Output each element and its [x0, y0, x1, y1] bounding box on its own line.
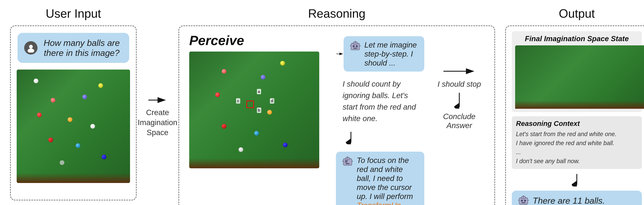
svg-point-11	[352, 45, 354, 47]
output-box: Final Imagination Space State Reasoning …	[505, 25, 644, 205]
ball-10	[102, 155, 106, 159]
ball-3	[51, 98, 55, 102]
final-image-title: Final Imagination Space State	[515, 34, 638, 43]
create-label: CreateImaginationSpace	[138, 108, 178, 138]
down-arrow-svg-1	[346, 131, 356, 144]
label-a: a	[257, 89, 261, 94]
create-arrow-svg	[148, 95, 168, 105]
svg-point-36	[521, 200, 523, 202]
ball-7	[90, 124, 95, 128]
r-ball-1	[280, 61, 285, 66]
svg-point-16	[354, 41, 356, 42]
bubble2-text: To focus on the red and white ball, I ne…	[357, 156, 418, 205]
ball-11	[60, 160, 64, 165]
label-c: c	[236, 98, 240, 104]
label-d: d	[270, 98, 274, 104]
ball-5	[37, 112, 42, 117]
svg-point-0	[29, 45, 33, 48]
should-stop-text: I should stop	[438, 80, 481, 88]
reasoning-context-box: Reasoning Context Let's start from the r…	[512, 116, 642, 169]
r-table-edge	[189, 158, 319, 168]
r-ball-5	[267, 110, 272, 114]
reasoning-title: Reasoning	[308, 7, 366, 20]
svg-point-37	[524, 200, 526, 202]
user-icon	[26, 43, 36, 52]
reasoning-section: Reasoning Perceive	[178, 7, 495, 205]
perceive-to-bubble-row: Let me imagine step-by-step. I should ..…	[336, 36, 424, 72]
context-line3: I don't see any ball now.	[516, 158, 580, 164]
svg-point-1	[28, 48, 34, 52]
perceive-column: Perceive a	[189, 33, 326, 205]
user-input-title: User Input	[46, 7, 101, 20]
robot-icon-answer	[518, 195, 529, 205]
robot-bubble-1: Let me imagine step-by-step. I should ..…	[344, 36, 424, 72]
right-side-connector: I should stop Conclude Answer	[434, 33, 484, 205]
conclude-answer-text: Conclude Answer	[434, 112, 484, 130]
ball-1	[34, 78, 38, 83]
svg-rect-38	[522, 202, 525, 203]
svg-text:π: π	[345, 159, 348, 164]
final-image-container: Final Imagination Space State	[512, 31, 642, 112]
perceive-label: Perceive	[189, 33, 326, 48]
ball-6	[68, 117, 72, 122]
output-snooker-image	[515, 45, 644, 109]
user-input-section: User Input How many balls are there in t…	[10, 7, 137, 200]
reasoning-context-title: Reasoning Context	[516, 120, 638, 128]
svg-rect-13	[353, 48, 357, 49]
reasoning-right: Let me imagine step-by-step. I should ..…	[336, 33, 424, 205]
create-arrow-area: CreateImaginationSpace	[137, 95, 178, 138]
output-arrow-svg	[572, 173, 582, 186]
output-table	[515, 45, 644, 109]
answer-bubble: There are 11 balls.	[512, 191, 642, 205]
ball-8	[48, 138, 53, 142]
output-down-arrow	[512, 173, 642, 186]
robot-icon-1	[350, 40, 361, 52]
output-title: Output	[559, 7, 595, 20]
cursor-marker	[246, 100, 254, 108]
label-b: b	[257, 108, 262, 113]
reasoning-image-container: a b c d	[189, 52, 326, 168]
robot-svg-1	[350, 40, 361, 52]
down-arrow-stop	[454, 92, 464, 108]
table-edge	[17, 173, 130, 183]
user-input-image	[17, 70, 130, 183]
r-ball-4	[215, 92, 220, 97]
output-table-edge	[515, 100, 644, 109]
context-line2: I have ignored the red and white ball.	[516, 140, 614, 146]
svg-point-12	[356, 45, 358, 47]
r-ball-6	[222, 124, 226, 128]
svg-point-41	[523, 196, 524, 197]
svg-point-26	[347, 156, 348, 158]
svg-rect-23	[346, 163, 350, 164]
right-arrow-to-stop	[442, 66, 476, 76]
r-ball-9	[238, 147, 243, 152]
r-ball-2	[222, 69, 226, 74]
ball-2	[98, 83, 103, 88]
robot-bubble-2: π To focus on the red and white ball, I …	[336, 152, 424, 205]
main-container: User Input How many balls are there in t…	[0, 0, 644, 205]
user-input-box: How many balls are there in this image?	[10, 25, 137, 200]
down-arrow-1	[346, 131, 424, 145]
ball-4	[82, 94, 87, 99]
ball-9	[76, 143, 80, 148]
table-surface	[17, 70, 130, 183]
robot-svg-answer	[518, 195, 529, 205]
context-line1: Let's start from the red and white one.	[516, 130, 616, 138]
robot-icon-2: π	[342, 156, 354, 168]
reasoning-table-surface: a b c d	[189, 52, 319, 168]
question-text: How many balls are there in this image?	[41, 38, 122, 58]
question-bubble: How many balls are there in this image?	[18, 33, 129, 63]
reasoning-image: a b c d	[189, 52, 319, 168]
user-avatar	[24, 41, 38, 54]
r-ball-8	[283, 142, 288, 147]
context-dots: ...	[516, 148, 521, 156]
perceive-arrow	[336, 49, 344, 59]
bubble1-text: Let me imagine step-by-step. I should ..…	[364, 40, 418, 68]
r-ball-7	[254, 131, 259, 136]
transform-up-text: TransformUp	[357, 201, 401, 205]
reasoning-box: Perceive a	[178, 25, 495, 205]
output-section: Output Final Imagination Space State Rea…	[502, 7, 644, 205]
reasoning-context-text: Let's start from the red and white one. …	[516, 130, 638, 166]
r-ball-3	[261, 75, 266, 80]
thinking-text-1-content: I should count by ignoring balls. Let's …	[342, 80, 416, 123]
